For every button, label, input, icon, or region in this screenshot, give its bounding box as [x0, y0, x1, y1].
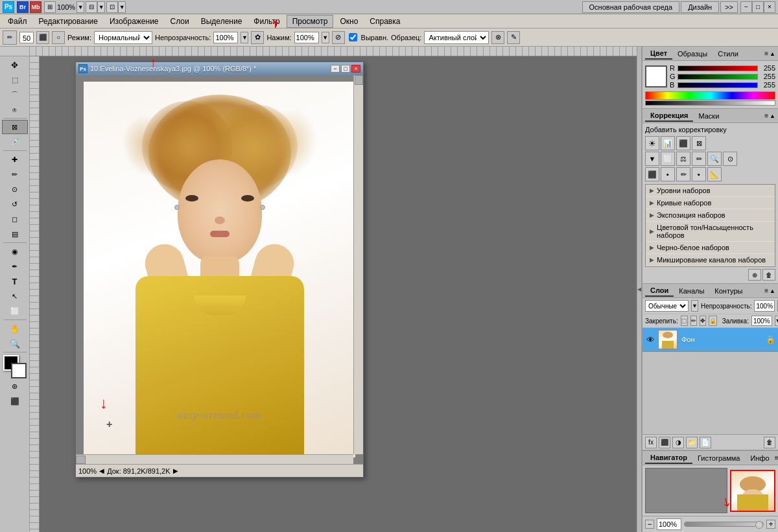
- extra-icon2[interactable]: ✎: [507, 31, 520, 44]
- color-preview[interactable]: [645, 65, 667, 87]
- layer-opacity-value[interactable]: 100%: [754, 300, 775, 312]
- correction-list-item-5[interactable]: ▶ Черно-белое наборов: [646, 242, 775, 254]
- hue-sat-icon[interactable]: ⬜: [661, 152, 675, 166]
- zoom-dropdown[interactable]: ▼: [77, 1, 84, 13]
- fill-value[interactable]: 100%: [751, 316, 772, 326]
- info-tab[interactable]: Инфо: [745, 453, 774, 463]
- posterize-icon[interactable]: ▪: [661, 167, 675, 181]
- navigator-panel-menu[interactable]: ≡: [775, 454, 778, 461]
- menu-layers[interactable]: Слои: [165, 16, 194, 27]
- expand-workspace-button[interactable]: >>: [720, 1, 738, 13]
- correction-delete-icon[interactable]: 🗑: [762, 269, 775, 281]
- color-spectrum[interactable]: [645, 91, 775, 100]
- mb-icon[interactable]: Mb: [30, 1, 41, 13]
- br-icon[interactable]: Br: [17, 1, 29, 13]
- workspace-design-button[interactable]: Дизайн: [681, 1, 719, 13]
- blend-mode-select[interactable]: Обычные: [645, 300, 689, 312]
- zoom-slider[interactable]: [684, 522, 764, 527]
- masks-tab[interactable]: Маски: [693, 111, 724, 121]
- press-value[interactable]: 100%: [294, 32, 319, 43]
- correction-panel-menu[interactable]: ≡: [764, 112, 768, 119]
- layers-panel-menu[interactable]: ≡: [764, 287, 768, 294]
- doc-minimize-button[interactable]: −: [331, 65, 340, 73]
- doc-title-bar[interactable]: Ps 10.Evelina-Voznesenskaya3.jpg @ 100% …: [76, 62, 363, 75]
- doc-close-button[interactable]: ×: [351, 65, 360, 73]
- align-checkbox[interactable]: [349, 33, 357, 41]
- tablet-pressure-icon[interactable]: ⊘: [332, 31, 345, 44]
- lock-image[interactable]: ✏: [690, 316, 697, 326]
- eyedropper-tool[interactable]: 💉: [2, 135, 28, 149]
- footer-nav-right[interactable]: ▶: [173, 467, 178, 474]
- bw-spectrum[interactable]: [645, 100, 775, 106]
- photo-filter-icon[interactable]: 🔍: [707, 152, 722, 166]
- navigator-tab[interactable]: Навигатор: [645, 452, 692, 464]
- fill-dropdown[interactable]: ▼: [775, 316, 778, 326]
- navigator-zoom-input[interactable]: [657, 518, 681, 530]
- selective-color-icon[interactable]: 📐: [707, 167, 722, 181]
- opacity-dropdown[interactable]: ▼: [241, 32, 248, 43]
- panels-collapse-strip[interactable]: ◀: [637, 47, 642, 532]
- tool-preset-picker[interactable]: ✏: [3, 30, 17, 45]
- sample-select[interactable]: Активный слой: [424, 31, 489, 44]
- blend-dropdown[interactable]: ▼: [691, 300, 698, 312]
- brightness-icon[interactable]: ☀: [645, 136, 659, 150]
- screen-dropdown[interactable]: ▼: [118, 1, 126, 13]
- move-tool[interactable]: ✥: [2, 58, 28, 72]
- threshold-icon[interactable]: ✏: [676, 167, 690, 181]
- menu-help[interactable]: Справка: [364, 16, 405, 27]
- correction-new-icon[interactable]: ⊕: [748, 269, 761, 281]
- menu-edit[interactable]: Редактирование: [34, 16, 103, 27]
- footer-nav-left[interactable]: ◀: [99, 467, 104, 474]
- lock-transparent[interactable]: ⬚: [681, 316, 688, 326]
- correction-panel-collapse[interactable]: ▲: [770, 113, 775, 119]
- airbrush-toggle[interactable]: ✿: [251, 31, 264, 44]
- type-tool[interactable]: T: [2, 274, 28, 288]
- restore-app-button[interactable]: □: [752, 1, 764, 13]
- layer-mask-button[interactable]: ⬛: [659, 437, 670, 448]
- styles-tab[interactable]: Стили: [713, 49, 744, 59]
- histogram-tab[interactable]: Гистограмма: [692, 453, 746, 463]
- layers-panel-collapse[interactable]: ▲: [770, 288, 775, 294]
- channel-mixer-icon[interactable]: ⊙: [723, 152, 737, 166]
- b-slider[interactable]: [678, 82, 758, 88]
- canvas-scrollbar-vertical[interactable]: [353, 75, 363, 454]
- gradient-map-icon[interactable]: ▪: [692, 167, 706, 181]
- view-icon[interactable]: ⊞: [44, 1, 56, 13]
- color-tab[interactable]: Цвет: [645, 48, 672, 60]
- press-dropdown[interactable]: ▼: [322, 32, 329, 43]
- samples-tab[interactable]: Образцы: [672, 49, 713, 59]
- color-panel-collapse[interactable]: ▲: [770, 51, 775, 57]
- screen-mode-button[interactable]: ⬛: [2, 394, 28, 408]
- menu-window[interactable]: Окно: [335, 16, 363, 27]
- brush-thumbnail[interactable]: ⬛: [36, 31, 49, 44]
- r-slider[interactable]: [678, 65, 758, 71]
- correction-list-item-7[interactable]: ▶ Выборочная коррекция цвета наборов: [646, 266, 775, 267]
- correction-tab[interactable]: Коррекция: [645, 110, 693, 122]
- brush-shape-thumbnail[interactable]: ○: [52, 31, 65, 44]
- correction-list-item-1[interactable]: ▶ Уровни наборов: [646, 185, 775, 197]
- levels-icon[interactable]: 📊: [661, 136, 675, 150]
- layout-icon[interactable]: ⊟: [86, 1, 97, 13]
- screen-icon[interactable]: ⊡: [106, 1, 118, 13]
- vibrance-icon[interactable]: ▼: [645, 152, 659, 166]
- marquee-tool[interactable]: ⬚: [2, 73, 28, 87]
- brush-tool[interactable]: ✏: [2, 167, 28, 181]
- layers-tab[interactable]: Слои: [645, 285, 674, 297]
- opacity-value[interactable]: 100%: [213, 32, 238, 43]
- minimize-app-button[interactable]: −: [740, 1, 752, 13]
- channels-tab[interactable]: Каналы: [674, 286, 709, 296]
- pen-tool[interactable]: ✒: [2, 259, 28, 273]
- crop-tool[interactable]: ⊠: [2, 120, 28, 134]
- zoom-tool[interactable]: 🔍: [2, 336, 28, 351]
- quick-mask-button[interactable]: ⊛: [2, 379, 28, 393]
- correction-list-item-6[interactable]: ▶ Микширование каналов наборов: [646, 254, 775, 266]
- layer-group-button[interactable]: 📁: [686, 437, 698, 448]
- bw-icon[interactable]: ✏: [692, 152, 706, 166]
- shape-tool[interactable]: ⬜: [2, 304, 28, 318]
- menu-select[interactable]: Выделение: [196, 16, 248, 27]
- canvas-scrollbar-horizontal[interactable]: [76, 454, 353, 464]
- history-brush-tool[interactable]: ↺: [2, 197, 28, 211]
- doc-restore-button[interactable]: □: [341, 65, 350, 73]
- layer-visibility-eye[interactable]: 👁: [645, 334, 655, 345]
- layer-item-background[interactable]: 👁 Фон 🔒: [642, 328, 778, 352]
